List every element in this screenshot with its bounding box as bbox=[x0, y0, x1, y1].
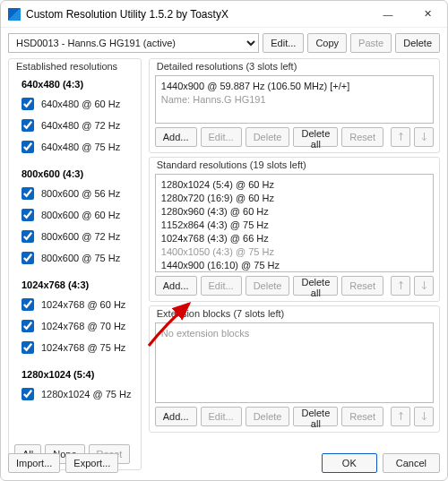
established-item-label: 800x600 @ 75 Hz bbox=[41, 253, 120, 263]
standard-item[interactable]: 1280x960 (4:3) @ 60 Hz bbox=[161, 205, 427, 219]
standard-group: Standard resolutions (19 slots left) 128… bbox=[149, 157, 440, 302]
standard-add-button[interactable]: Add... bbox=[155, 276, 197, 296]
established-item[interactable]: 640x480 @ 75 Hz bbox=[14, 136, 134, 158]
standard-list[interactable]: 1280x1024 (5:4) @ 60 Hz1280x720 (16:9) @… bbox=[155, 174, 434, 272]
established-item[interactable]: 800x600 @ 56 Hz bbox=[14, 183, 134, 204]
monitor-delete-button[interactable]: Delete bbox=[395, 33, 440, 53]
detailed-add-button[interactable]: Add... bbox=[155, 127, 197, 147]
established-title: Established resolutions bbox=[16, 61, 135, 72]
detailed-item[interactable]: 1440x900 @ 59.887 Hz (106.50 MHz) [+/+] bbox=[161, 80, 427, 93]
established-group-head: 1280x1024 (5:4) bbox=[14, 365, 134, 383]
detailed-edit-button[interactable]: Edit... bbox=[201, 127, 242, 147]
standard-delete-button[interactable]: Delete bbox=[246, 276, 290, 296]
established-checkbox[interactable] bbox=[22, 209, 34, 221]
detailed-group: Detailed resolutions (3 slots left) 1440… bbox=[149, 58, 440, 153]
detailed-move-up-button[interactable]: 🡑 bbox=[391, 127, 410, 147]
extension-add-button[interactable]: Add... bbox=[155, 407, 197, 426]
detailed-name: Name: Hanns.G HG191 bbox=[161, 93, 427, 107]
standard-item[interactable]: 1280x1024 (5:4) @ 60 Hz bbox=[161, 178, 427, 192]
standard-item[interactable]: 1440x900 (16:10) @ 75 Hz bbox=[161, 259, 427, 272]
established-checkbox[interactable] bbox=[22, 252, 34, 264]
established-group: Established resolutions 640x480 (4:3)640… bbox=[8, 58, 142, 470]
monitor-select[interactable]: HSD0013 - Hanns.G HG191 (active) bbox=[8, 33, 259, 53]
monitor-edit-button[interactable]: Edit... bbox=[263, 33, 304, 53]
extension-list[interactable]: No extension blocks bbox=[155, 322, 434, 403]
standard-item[interactable]: 1152x864 (4:3) @ 75 Hz bbox=[161, 219, 427, 232]
established-group-head: 1024x768 (4:3) bbox=[14, 276, 134, 294]
established-item-label: 800x600 @ 72 Hz bbox=[41, 231, 120, 242]
established-item[interactable]: 1024x768 @ 70 Hz bbox=[14, 315, 134, 337]
established-list[interactable]: 640x480 (4:3)640x480 @ 60 Hz640x480 @ 72… bbox=[14, 75, 135, 437]
minimize-button[interactable]: — bbox=[368, 1, 408, 28]
detailed-move-down-button[interactable]: 🡓 bbox=[414, 127, 434, 147]
established-item[interactable]: 800x600 @ 60 Hz bbox=[14, 204, 134, 226]
established-checkbox[interactable] bbox=[22, 298, 34, 311]
established-checkbox[interactable] bbox=[22, 119, 34, 132]
monitor-copy-button[interactable]: Copy bbox=[307, 33, 347, 53]
standard-reset-button[interactable]: Reset bbox=[341, 276, 383, 296]
extension-title: Extension blocks (7 slots left) bbox=[157, 308, 434, 319]
established-item-label: 640x480 @ 72 Hz bbox=[41, 120, 120, 131]
title-bar: Custom Resolution Utility 1.5.2 by Toast… bbox=[1, 1, 447, 28]
established-item-label: 640x480 @ 60 Hz bbox=[41, 99, 120, 109]
extension-empty: No extension blocks bbox=[161, 327, 427, 340]
standard-move-down-button[interactable]: 🡓 bbox=[414, 276, 434, 296]
window-title: Custom Resolution Utility 1.5.2 by Toast… bbox=[26, 8, 368, 21]
established-checkbox[interactable] bbox=[22, 388, 34, 400]
established-group-head: 800x600 (4:3) bbox=[14, 165, 134, 183]
established-item[interactable]: 1280x1024 @ 75 Hz bbox=[14, 383, 134, 405]
established-checkbox[interactable] bbox=[22, 320, 34, 332]
established-item-label: 1024x768 @ 75 Hz bbox=[41, 342, 125, 353]
standard-item[interactable]: 1280x720 (16:9) @ 60 Hz bbox=[161, 192, 427, 205]
established-item[interactable]: 640x480 @ 72 Hz bbox=[14, 115, 134, 136]
established-checkbox[interactable] bbox=[22, 98, 34, 110]
established-item-label: 1280x1024 @ 75 Hz bbox=[41, 389, 131, 399]
detailed-list[interactable]: 1440x900 @ 59.887 Hz (106.50 MHz) [+/+] … bbox=[155, 75, 434, 124]
standard-title: Standard resolutions (19 slots left) bbox=[157, 159, 434, 170]
established-item-label: 1024x768 @ 70 Hz bbox=[41, 321, 125, 331]
detailed-delete-button[interactable]: Delete bbox=[246, 127, 290, 147]
established-group-head: 640x480 (4:3) bbox=[14, 75, 134, 93]
app-icon bbox=[8, 8, 21, 21]
detailed-title: Detailed resolutions (3 slots left) bbox=[157, 61, 434, 72]
standard-item[interactable]: 1400x1050 (4:3) @ 75 Hz bbox=[161, 245, 427, 259]
extension-reset-button[interactable]: Reset bbox=[341, 407, 383, 426]
established-checkbox[interactable] bbox=[22, 141, 34, 153]
close-button[interactable]: ✕ bbox=[408, 1, 447, 28]
extension-edit-button[interactable]: Edit... bbox=[201, 407, 242, 426]
established-item[interactable]: 1024x768 @ 75 Hz bbox=[14, 337, 134, 358]
established-item[interactable]: 1024x768 @ 60 Hz bbox=[14, 294, 134, 315]
standard-move-up-button[interactable]: 🡑 bbox=[391, 276, 410, 296]
ok-button[interactable]: OK bbox=[322, 453, 377, 473]
established-item-label: 640x480 @ 75 Hz bbox=[41, 142, 120, 152]
detailed-reset-button[interactable]: Reset bbox=[341, 127, 383, 147]
established-checkbox[interactable] bbox=[22, 230, 34, 243]
export-button[interactable]: Export... bbox=[65, 453, 118, 473]
extension-delete-all-button[interactable]: Delete all bbox=[293, 407, 338, 426]
detailed-delete-all-button[interactable]: Delete all bbox=[293, 127, 338, 147]
established-item-label: 800x600 @ 60 Hz bbox=[41, 210, 120, 220]
established-checkbox[interactable] bbox=[22, 187, 34, 200]
standard-edit-button[interactable]: Edit... bbox=[201, 276, 242, 296]
extension-move-up-button[interactable]: 🡑 bbox=[391, 407, 410, 426]
standard-item[interactable]: 1024x768 (4:3) @ 66 Hz bbox=[161, 232, 427, 245]
extension-delete-button[interactable]: Delete bbox=[246, 407, 290, 426]
established-item[interactable]: 640x480 @ 60 Hz bbox=[14, 93, 134, 115]
monitor-paste-button[interactable]: Paste bbox=[350, 33, 392, 53]
established-item-label: 800x600 @ 56 Hz bbox=[41, 188, 120, 199]
established-item[interactable]: 800x600 @ 75 Hz bbox=[14, 247, 134, 269]
extension-group: Extension blocks (7 slots left) No exten… bbox=[149, 305, 440, 433]
established-checkbox[interactable] bbox=[22, 341, 34, 354]
established-item[interactable]: 800x600 @ 72 Hz bbox=[14, 226, 134, 247]
extension-move-down-button[interactable]: 🡓 bbox=[414, 407, 434, 426]
standard-delete-all-button[interactable]: Delete all bbox=[293, 276, 338, 296]
import-button[interactable]: Import... bbox=[8, 453, 60, 473]
established-item-label: 1024x768 @ 60 Hz bbox=[41, 299, 125, 310]
cancel-button[interactable]: Cancel bbox=[383, 453, 440, 473]
